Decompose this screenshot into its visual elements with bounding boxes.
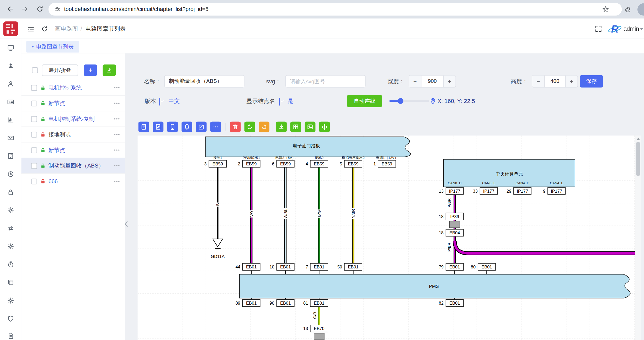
chart-icon[interactable] — [7, 116, 14, 123]
chapter-row[interactable]: 电机控制系统-复制 — [21, 111, 125, 127]
compass-icon[interactable] — [7, 170, 14, 178]
chapter-row[interactable]: 666 — [21, 174, 125, 190]
auto-connect-button[interactable]: 自动连线 — [347, 95, 382, 107]
connector-box[interactable]: EB01 — [276, 299, 295, 307]
connector-box[interactable]: EB01 — [446, 263, 464, 271]
url-bar[interactable]: tool.deheshuntian.com/admin/circuit/chap… — [49, 3, 622, 16]
url-text[interactable]: tool.deheshuntian.com/admin/circuit/chap… — [64, 3, 208, 16]
toolbar-bell-icon[interactable] — [182, 122, 192, 132]
row-more-icon[interactable] — [114, 134, 121, 136]
save-button[interactable]: 保存 — [580, 75, 603, 88]
inline-connector-block[interactable] — [314, 333, 324, 340]
connector-box[interactable]: EB59 — [344, 160, 362, 168]
chapter-name[interactable]: 666 — [49, 174, 58, 190]
layers-icon[interactable] — [7, 279, 14, 286]
toolbar-delete-icon[interactable] — [230, 122, 241, 132]
width-value[interactable]: 900 — [421, 75, 443, 87]
timer-icon[interactable] — [7, 261, 14, 268]
select-all-checkbox[interactable] — [32, 67, 38, 73]
site-info-icon[interactable] — [54, 6, 61, 13]
chapter-row-selected[interactable]: 制动能量回收（ABS） — [21, 158, 125, 174]
toolbar-more-icon[interactable] — [210, 122, 221, 132]
width-increase-button[interactable]: + — [443, 75, 455, 87]
refresh-icon[interactable] — [41, 25, 48, 33]
fullscreen-icon[interactable] — [595, 25, 602, 33]
row-more-icon[interactable] — [114, 181, 121, 182]
user-filled-icon[interactable] — [7, 62, 14, 69]
show-node-checkbox[interactable] — [279, 98, 280, 106]
id-card-icon[interactable] — [7, 98, 14, 105]
toolbar-file-edit-icon[interactable] — [153, 122, 163, 132]
gear-icon-3[interactable] — [7, 297, 14, 304]
bookmark-star-icon[interactable] — [602, 6, 609, 13]
connector-box[interactable]: IP39 — [446, 213, 464, 220]
toolbar-mobile-icon[interactable] — [167, 122, 178, 132]
row-checkbox[interactable] — [31, 85, 37, 91]
height-value[interactable]: 400 — [545, 75, 565, 87]
connector-box[interactable]: EB01 — [310, 263, 328, 271]
browser-back-button[interactable] — [6, 4, 15, 13]
gear-icon[interactable] — [7, 207, 14, 214]
mail-icon[interactable] — [7, 134, 14, 142]
scrollbar-thumb[interactable] — [636, 142, 640, 176]
connector-box[interactable]: EB59 — [242, 160, 260, 168]
slider-thumb[interactable] — [398, 98, 403, 104]
connector-box[interactable]: EB01 — [478, 263, 496, 271]
connector-box[interactable]: EB04 — [446, 229, 464, 236]
browser-reload-button[interactable] — [35, 4, 44, 13]
connector-box[interactable]: EB01 — [446, 299, 464, 307]
sidebar-collapse-handle[interactable] — [124, 216, 129, 233]
row-checkbox[interactable] — [31, 163, 37, 169]
chapter-name[interactable]: 电机控制系统-复制 — [49, 111, 95, 127]
toolbar-move-icon[interactable] — [319, 122, 330, 132]
row-more-icon[interactable] — [114, 118, 121, 120]
breadcrumb-parent[interactable]: 画电路图 — [55, 18, 78, 39]
row-checkbox[interactable] — [31, 101, 37, 106]
row-checkbox[interactable] — [31, 132, 37, 138]
version-checkbox[interactable] — [159, 98, 160, 106]
add-chapter-button[interactable]: + — [84, 64, 97, 76]
version-option-label[interactable]: 中文 — [168, 95, 180, 107]
diagram-canvas[interactable]: 电子油门踏板 中央计算单元 PMS 接地1 PWM输出1 电源2（5V） 接地2… — [138, 136, 635, 340]
connector-box[interactable]: IP177 — [547, 187, 566, 195]
scroll-up-arrow[interactable] — [637, 138, 640, 140]
browser-forward-button[interactable] — [20, 4, 29, 13]
connector-box[interactable]: IP177 — [513, 187, 531, 195]
expand-collapse-button[interactable]: 展开/折叠 — [42, 64, 78, 76]
monitor-icon[interactable] — [7, 44, 14, 51]
extensions-icon[interactable] — [625, 5, 632, 13]
chapter-name[interactable]: 新节点 — [49, 143, 65, 158]
height-decrease-button[interactable]: − — [532, 75, 545, 87]
connector-box[interactable]: IP177 — [480, 187, 498, 195]
toolbar-redo-icon[interactable] — [259, 122, 269, 132]
connector-box[interactable]: EB01 — [344, 263, 362, 271]
shield-icon[interactable] — [7, 315, 14, 322]
connector-box[interactable]: EB59 — [310, 160, 328, 168]
row-more-icon[interactable] — [114, 165, 121, 167]
row-more-icon[interactable] — [114, 103, 121, 104]
user-name[interactable]: admin — [624, 18, 639, 39]
chapter-row[interactable]: 新节点 — [21, 143, 125, 158]
user-menu-chevron-icon[interactable] — [640, 28, 643, 30]
connector-box[interactable]: EB01 — [276, 263, 295, 271]
chapter-name[interactable]: 新节点 — [49, 96, 65, 111]
document-icon[interactable] — [7, 332, 14, 339]
width-decrease-button[interactable]: − — [409, 75, 421, 87]
row-checkbox[interactable] — [31, 116, 37, 122]
svg-input[interactable] — [285, 75, 365, 88]
name-input[interactable] — [164, 75, 244, 88]
show-node-option-label[interactable]: 是 — [288, 95, 293, 107]
chapter-row[interactable]: 接地测试 — [21, 127, 125, 143]
connector-box[interactable]: EB01 — [310, 299, 328, 307]
chapter-name[interactable]: 接地测试 — [49, 127, 71, 143]
toolbar-file-icon[interactable] — [139, 122, 149, 132]
connector-box[interactable]: EB59 — [276, 160, 295, 168]
browser-profile-avatar[interactable] — [637, 3, 644, 16]
row-more-icon[interactable] — [114, 87, 121, 89]
connector-box[interactable]: IP177 — [446, 187, 464, 195]
toolbar-image-icon[interactable] — [305, 122, 316, 132]
connector-box[interactable]: EB01 — [242, 299, 260, 307]
height-increase-button[interactable]: + — [565, 75, 577, 87]
download-chapter-button[interactable] — [103, 64, 116, 76]
connector-box[interactable]: EB59 — [209, 160, 227, 168]
